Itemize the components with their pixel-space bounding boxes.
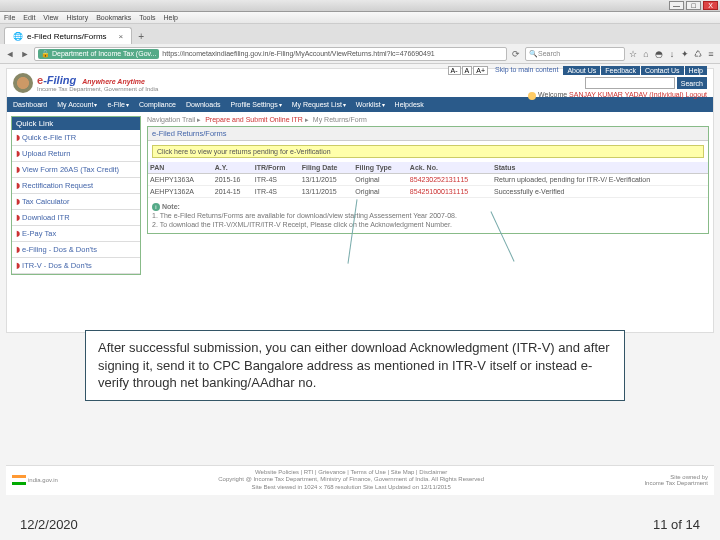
table-row: AEHPY1363A 2015-16 ITR-4S 13/11/2015 Ori… [148, 174, 708, 186]
th-pan: PAN [148, 162, 213, 174]
th-form: ITR/Form [253, 162, 300, 174]
nav-worklist[interactable]: Worklist▾ [356, 101, 385, 108]
breadcrumb: Navigation Trail▸ Prepare and Submit Onl… [147, 116, 709, 124]
ql-quick-efile[interactable]: Quick e-File ITR [12, 130, 140, 146]
ql-download-itr[interactable]: Download ITR [12, 210, 140, 226]
contact-button[interactable]: Contact Us [641, 66, 684, 75]
download-icon[interactable]: ↓ [667, 49, 677, 59]
section-title: e-Filed Returns/Forms [148, 127, 708, 141]
table-row: AEHPY1362A 2014-15 ITR-4S 13/11/2015 Ori… [148, 186, 708, 198]
ql-epay-tax[interactable]: E-Pay Tax [12, 226, 140, 242]
ql-itrv-dos[interactable]: ITR-V - Dos & Don'ts [12, 258, 140, 274]
quick-links: Quick Link Quick e-File ITR Upload Retur… [11, 116, 141, 275]
site-search-input[interactable] [585, 77, 675, 89]
emblem-icon [13, 73, 33, 93]
new-tab-button[interactable]: + [132, 29, 150, 44]
font-normal[interactable]: A [462, 66, 473, 75]
slide-footer: 12/2/2020 11 of 14 [0, 517, 720, 532]
menu-bookmarks[interactable]: Bookmarks [96, 14, 131, 21]
welcome-text: Welcome SANJAY KUMAR YADAV (Individual) … [528, 91, 707, 99]
nav-efile[interactable]: e-File▾ [107, 101, 129, 108]
annotation-callout: After successful submission, you can eit… [85, 330, 625, 401]
th-ack: Ack. No. [408, 162, 492, 174]
nav-requests[interactable]: My Request List▾ [292, 101, 346, 108]
help-button[interactable]: Help [685, 66, 707, 75]
nav-profile[interactable]: Profile Settings▾ [231, 101, 282, 108]
menu-tools[interactable]: Tools [139, 14, 155, 21]
url-input[interactable]: 🔒 Department of Income Tax (Gov... https… [34, 47, 507, 61]
slide-page: 11 of 14 [653, 517, 700, 532]
th-date: Filing Date [300, 162, 354, 174]
nav-myaccount[interactable]: My Account▾ [57, 101, 97, 108]
maximize-button[interactable]: □ [686, 1, 701, 10]
url-text: https://incometaxindiaefiling.gov.in/e-F… [162, 50, 434, 57]
globe-icon: 🌐 [13, 32, 23, 41]
returns-table: PAN A.Y. ITR/Form Filing Date Filing Typ… [148, 162, 708, 198]
india-flag-icon [12, 475, 26, 485]
ql-dos-donts[interactable]: e-Filing - Dos & Don'ts [12, 242, 140, 258]
tab-title: e-Filed Returns/Forms [27, 32, 107, 41]
logout-link[interactable]: Logout [686, 91, 707, 98]
avatar-icon [528, 92, 536, 100]
site-subtitle: Income Tax Department, Government of Ind… [37, 86, 158, 92]
font-decrease[interactable]: A- [448, 66, 461, 75]
ql-tax-calculator[interactable]: Tax Calculator [12, 194, 140, 210]
home-icon[interactable]: ⌂ [641, 49, 651, 59]
browser-tab[interactable]: 🌐 e-Filed Returns/Forms × [4, 27, 132, 44]
forward-button[interactable]: ► [19, 48, 31, 60]
lock-icon: 🔒 Department of Income Tax (Gov... [38, 49, 159, 59]
ack-link[interactable]: 854230252131115 [408, 174, 492, 186]
site-footer: india.gov.in Website Policies | RTI | Gr… [6, 465, 714, 495]
menu-file[interactable]: File [4, 14, 15, 21]
nav-compliance[interactable]: Compliance [139, 101, 176, 108]
tab-row: 🌐 e-Filed Returns/Forms × + [0, 24, 720, 44]
feedback-button[interactable]: Feedback [601, 66, 640, 75]
verify-pending-button[interactable]: Click here to view your returns pending … [152, 145, 704, 158]
ack-link[interactable]: 854251000131115 [408, 186, 492, 198]
main-panel: Navigation Trail▸ Prepare and Submit Onl… [147, 116, 709, 275]
info-icon: i [152, 203, 160, 211]
nav-helpdesk[interactable]: Helpdesk [395, 101, 424, 108]
browser-menubar: File Edit View History Bookmarks Tools H… [0, 12, 720, 24]
menu-history[interactable]: History [66, 14, 88, 21]
india-gov-link[interactable]: india.gov.in [12, 475, 58, 485]
reload-button[interactable]: ⟳ [510, 48, 522, 60]
star-icon[interactable]: ☆ [628, 49, 638, 59]
menu-view[interactable]: View [43, 14, 58, 21]
site-logo: e-e-FilingFiling Anywhere Anytime [37, 74, 158, 86]
back-button[interactable]: ◄ [4, 48, 16, 60]
th-ay: A.Y. [213, 162, 253, 174]
address-bar: ◄ ► 🔒 Department of Income Tax (Gov... h… [0, 44, 720, 64]
ql-upload-return[interactable]: Upload Return [12, 146, 140, 162]
page-content: e-e-FilingFiling Anywhere Anytime Income… [6, 68, 714, 333]
ql-form26as[interactable]: View Form 26AS (Tax Credit) [12, 162, 140, 178]
minimize-button[interactable]: — [669, 1, 684, 10]
th-type: Filing Type [353, 162, 408, 174]
site-header: e-e-FilingFiling Anywhere Anytime Income… [7, 69, 713, 97]
tab-close-icon[interactable]: × [119, 32, 124, 41]
skip-link[interactable]: Skip to main content [495, 66, 558, 75]
nav-dashboard[interactable]: Dashboard [13, 101, 47, 108]
note-block: iNote: 1. The e-Filed Returns/Forms are … [148, 198, 708, 233]
close-button[interactable]: X [703, 1, 718, 10]
menu-help[interactable]: Help [164, 14, 178, 21]
window-titlebar: — □ X [0, 0, 720, 12]
slide-date: 12/2/2020 [20, 517, 78, 532]
shield-icon[interactable]: ◓ [654, 49, 664, 59]
menu-icon[interactable]: ≡ [706, 49, 716, 59]
menu-edit[interactable]: Edit [23, 14, 35, 21]
about-button[interactable]: About Us [563, 66, 600, 75]
site-search-button[interactable]: Search [677, 77, 707, 89]
sync-icon[interactable]: ♺ [693, 49, 703, 59]
addons-icon[interactable]: ✦ [680, 49, 690, 59]
ql-rectification[interactable]: Rectification Request [12, 178, 140, 194]
quick-links-header: Quick Link [12, 117, 140, 130]
font-increase[interactable]: A+ [473, 66, 488, 75]
browser-search-input[interactable]: 🔍 Search [525, 47, 625, 61]
nav-downloads[interactable]: Downloads [186, 101, 221, 108]
th-status: Status [492, 162, 708, 174]
